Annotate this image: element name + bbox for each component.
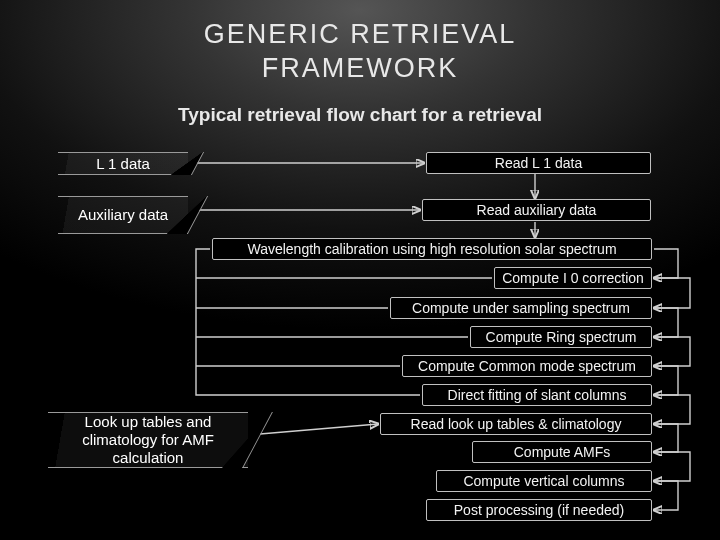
step-label: Compute Ring spectrum (486, 329, 637, 345)
step-read-aux: Read auxiliary data (422, 199, 651, 221)
step-undersamp: Compute under sampling spectrum (390, 297, 652, 319)
step-i0: Compute I 0 correction (494, 267, 652, 289)
step-label: Compute I 0 correction (502, 270, 644, 286)
step-label: Compute AMFs (514, 444, 610, 460)
input-l1-data: L 1 data (58, 152, 188, 175)
step-label: Read look up tables & climatology (411, 416, 622, 432)
step-ring: Compute Ring spectrum (470, 326, 652, 348)
step-vertical: Compute vertical columns (436, 470, 652, 492)
step-label: Compute under sampling spectrum (412, 300, 630, 316)
step-label: Wavelength calibration using high resolu… (247, 241, 616, 257)
step-label: Direct fitting of slant columns (448, 387, 627, 403)
step-wave-cal: Wavelength calibration using high resolu… (212, 238, 652, 260)
svg-line-4 (260, 424, 378, 434)
input-auxiliary-data: Auxiliary data (58, 196, 188, 234)
input-label: Auxiliary data (78, 206, 168, 224)
step-read-lut: Read look up tables & climatology (380, 413, 652, 435)
step-label: Read L 1 data (495, 155, 582, 171)
step-read-l1: Read L 1 data (426, 152, 651, 174)
step-label: Compute vertical columns (463, 473, 624, 489)
input-label: Look up tables and climatology for AMF c… (48, 413, 248, 467)
step-slant: Direct fitting of slant columns (422, 384, 652, 406)
step-post: Post processing (if needed) (426, 499, 652, 521)
input-amf-tables: Look up tables and climatology for AMF c… (48, 412, 248, 468)
step-label: Read auxiliary data (477, 202, 597, 218)
step-label: Compute Common mode spectrum (418, 358, 636, 374)
step-label: Post processing (if needed) (454, 502, 624, 518)
step-common: Compute Common mode spectrum (402, 355, 652, 377)
input-label: L 1 data (96, 155, 150, 173)
step-compute-amf: Compute AMFs (472, 441, 652, 463)
flowchart-stage: L 1 data Auxiliary data Look up tables a… (0, 0, 720, 540)
